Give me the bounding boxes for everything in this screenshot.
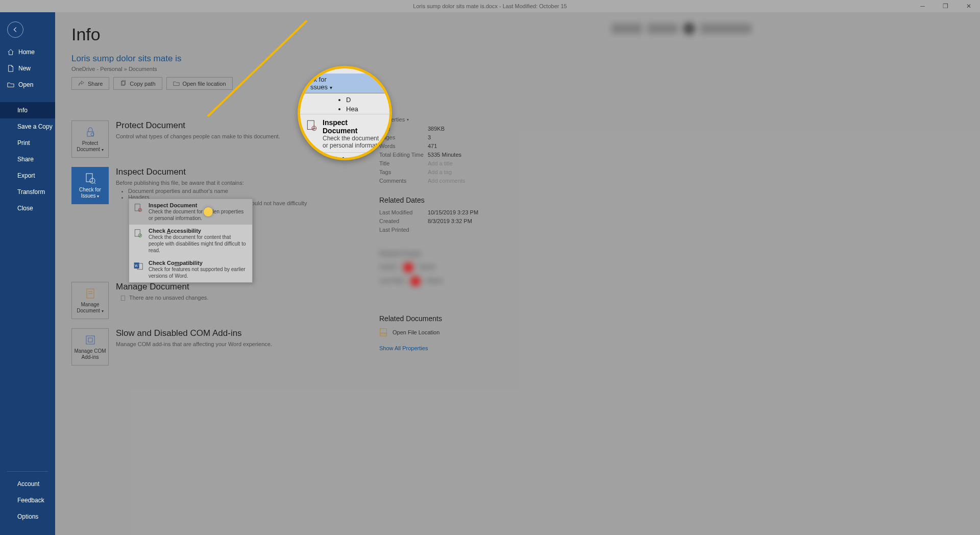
titlebar-text: Loris sump dolor sits mate is.docx - Las…: [413, 3, 567, 9]
check-for-issues-menu: Inspect Document Check the document for …: [129, 199, 253, 283]
page-title: Info: [71, 25, 980, 44]
nav-share[interactable]: Share: [0, 151, 55, 167]
close-window-button[interactable]: ✕: [957, 0, 980, 12]
addins-heading: Slow and Disabled COM Add-ins: [116, 328, 272, 338]
redacted-account-area: [611, 22, 805, 45]
protect-heading: Protect Document: [116, 120, 280, 131]
inspect-doc-icon: [305, 119, 318, 133]
svg-rect-7: [121, 296, 125, 301]
protect-desc: Control what types of changes people can…: [116, 133, 280, 140]
svg-rect-4: [86, 174, 92, 182]
accessibility-icon: [133, 229, 143, 239]
back-button[interactable]: [7, 21, 23, 38]
titlebar: Loris sump dolor sits mate is.docx - Las…: [0, 0, 980, 12]
open-file-location-link[interactable]: HTML Open File Location: [379, 328, 499, 337]
check-for-issues-tile[interactable]: Check for Issues ▾: [71, 167, 109, 204]
inspect-heading: Inspect Document: [116, 167, 307, 177]
backstage-sidebar: Home New Open Info Save a Copy Print Sha…: [0, 12, 55, 535]
nav-info[interactable]: Info: [0, 102, 55, 118]
share-icon: [78, 80, 85, 87]
related-documents-heading: Related Documents: [379, 314, 499, 323]
copy-icon: [120, 80, 127, 87]
open-file-location-button[interactable]: Open file location: [166, 77, 233, 90]
menu-check-compatibility[interactable]: W Check Compatibility Check for features…: [129, 257, 252, 282]
inspect-desc: Before publishing this file, be aware th…: [116, 179, 307, 187]
nav-save-copy[interactable]: Save a Copy: [0, 118, 55, 135]
nav-home[interactable]: Home: [0, 44, 55, 60]
document-icon: [7, 65, 14, 72]
document-path: OneDrive - Personal » Documents: [71, 66, 980, 72]
add-comments-field[interactable]: Add comments: [428, 178, 499, 184]
minimize-button[interactable]: ─: [911, 0, 934, 12]
menu-access-title: Check Accessibility: [149, 228, 247, 234]
nav-transform[interactable]: Transform: [0, 184, 55, 200]
svg-text:HTML: HTML: [381, 332, 387, 335]
folder-open-icon: [7, 81, 14, 88]
copy-path-button[interactable]: Copy path: [113, 77, 162, 90]
callout-dot: [204, 207, 213, 216]
properties-panel: Properties ▾ Size389KB Pages3 Words471 T…: [379, 116, 499, 351]
nav-print[interactable]: Print: [0, 135, 55, 151]
manage-desc: There are no unsaved changes.: [120, 294, 208, 302]
folder-icon: [173, 80, 180, 87]
addins-icon: [84, 334, 96, 346]
inspect-icon: [84, 173, 96, 185]
svg-rect-12: [135, 230, 140, 236]
add-title-field[interactable]: Add a title: [428, 160, 499, 166]
menu-inspect-document[interactable]: Inspect Document Check the document for …: [129, 199, 252, 225]
share-button[interactable]: Share: [71, 77, 109, 90]
document-title: Loris sump dolor sits mate is: [71, 54, 980, 64]
manage-heading: Manage Document: [116, 282, 208, 292]
show-all-properties-link[interactable]: Show All Properties: [379, 345, 499, 351]
nav-options[interactable]: Options: [0, 508, 55, 525]
magnifier-callout: ck for ssues ▾ D Hea Inspect Document Ch…: [298, 66, 392, 160]
compatibility-icon: W: [133, 261, 143, 271]
nav-open[interactable]: Open: [0, 77, 55, 93]
inspect-doc-icon: [133, 203, 143, 213]
add-tag-field[interactable]: Add a tag: [428, 169, 499, 175]
protect-document-tile[interactable]: Protect Document ▾: [71, 120, 109, 158]
nav-new[interactable]: New: [0, 60, 55, 77]
document-small-icon: [120, 295, 126, 301]
nav-close[interactable]: Close: [0, 200, 55, 216]
home-icon: [7, 48, 14, 56]
main-content: Info Loris sump dolor sits mate is OneDr…: [55, 12, 980, 535]
document-manage-icon: [84, 287, 96, 300]
nav-export[interactable]: Export: [0, 167, 55, 184]
menu-check-accessibility[interactable]: Check Accessibility Check the document f…: [129, 225, 252, 257]
nav-feedback[interactable]: Feedback: [0, 492, 55, 508]
svg-rect-8: [86, 336, 94, 344]
properties-heading[interactable]: Properties ▾: [379, 116, 499, 123]
menu-compat-title: Check Compatibility: [149, 260, 247, 266]
manage-com-addins-tile[interactable]: Manage COM Add-ins: [71, 328, 109, 366]
maximize-button[interactable]: ❐: [934, 0, 957, 12]
nav-account[interactable]: Account: [0, 476, 55, 492]
related-dates-heading: Related Dates: [379, 196, 499, 204]
html-file-icon: HTML: [379, 328, 388, 337]
svg-rect-9: [88, 338, 92, 342]
manage-document-tile[interactable]: Manage Document ▾: [71, 282, 109, 319]
redacted-people-section: Related People Author Name Last Mod Name: [379, 247, 481, 298]
window-controls: ─ ❐ ✕: [911, 0, 980, 12]
addins-desc: Manage COM add-ins that are affecting yo…: [116, 341, 272, 348]
svg-text:W: W: [135, 264, 138, 268]
lock-icon: [84, 126, 96, 138]
